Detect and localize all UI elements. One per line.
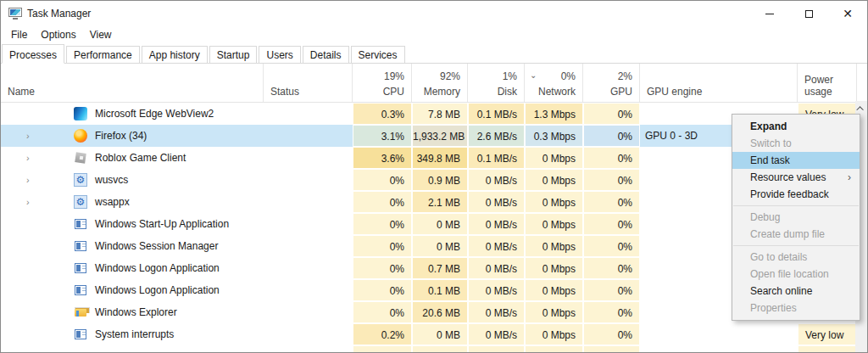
status-cell xyxy=(264,235,353,257)
menu-view[interactable]: View xyxy=(83,27,119,42)
close-button[interactable]: ✕ xyxy=(828,1,867,26)
task-manager-icon xyxy=(8,8,22,20)
status-cell xyxy=(264,279,353,301)
column-header-gpu[interactable]: 2% GPU xyxy=(583,64,640,102)
network-cell: 0 Mbps xyxy=(525,191,583,213)
column-header-name[interactable]: Name xyxy=(1,64,264,102)
network-cell xyxy=(525,345,583,353)
tab-details[interactable]: Details xyxy=(303,46,349,63)
menu-item-resource-values[interactable]: Resource values› xyxy=(732,169,860,186)
power-usage-cell xyxy=(798,345,857,353)
submenu-arrow-icon: › xyxy=(848,169,851,186)
process-name: System interrupts xyxy=(95,323,174,345)
memory-cell: 1,933.2 MB xyxy=(412,125,468,147)
disk-cell xyxy=(468,345,525,353)
menu-item-provide-feedback[interactable]: Provide feedback xyxy=(732,186,860,203)
window-icon xyxy=(74,283,87,297)
expand-chevron-icon[interactable]: › xyxy=(26,169,36,191)
tab-processes[interactable]: Processes xyxy=(2,44,64,64)
tab-performance[interactable]: Performance xyxy=(66,46,140,63)
memory-cell: 0 MB xyxy=(412,213,468,235)
tab-startup[interactable]: Startup xyxy=(209,46,258,63)
memory-cell: 0 MB xyxy=(412,323,468,345)
column-header-status[interactable]: Status xyxy=(264,64,353,102)
process-name: Windows Logon Application xyxy=(95,279,220,301)
disk-cell: 0 MB/s xyxy=(468,323,525,345)
menu-item-properties: Properties xyxy=(732,300,860,317)
table-row[interactable]: › System interrupts 0.2% 0 MB 0 MB/s 0 M… xyxy=(1,323,867,345)
network-cell: 0 Mbps xyxy=(525,301,583,323)
menu-file[interactable]: File xyxy=(4,27,34,42)
column-header-disk[interactable]: 1% Disk xyxy=(468,64,525,102)
menu-item-expand[interactable]: Expand xyxy=(732,118,860,135)
memory-cell: 0 MB xyxy=(412,235,468,257)
menu-item-open-file-location: Open file location xyxy=(732,266,860,283)
cpu-cell: 0.3% xyxy=(353,103,412,125)
task-manager-window: Task Manager ✕ File Options View Process… xyxy=(0,0,868,353)
network-cell: 0.3 Mbps xyxy=(525,125,583,147)
column-header-cpu[interactable]: 19% CPU xyxy=(353,64,412,102)
gpu-cell: 0% xyxy=(583,125,640,147)
expand-chevron-icon[interactable]: › xyxy=(26,125,36,147)
gpu-engine-cell xyxy=(640,345,798,353)
disk-cell: 0.1 MB/s xyxy=(468,147,525,169)
menu-item-search-online[interactable]: Search online xyxy=(732,283,860,300)
maximize-icon xyxy=(805,10,813,18)
menu-options[interactable]: Options xyxy=(34,27,82,42)
cpu-cell: 0% xyxy=(353,279,412,301)
table-row[interactable]: › xyxy=(1,345,867,353)
cpu-cell: 0.2% xyxy=(353,323,412,345)
network-cell: 0 Mbps xyxy=(525,213,583,235)
network-cell: 0 Mbps xyxy=(525,169,583,191)
process-name: Windows Start-Up Application xyxy=(95,213,229,235)
window-title: Task Manager xyxy=(27,8,91,20)
network-cell: 0 Mbps xyxy=(525,323,583,345)
menu-item-switch-to: Switch to xyxy=(732,135,860,152)
process-name: wsappx xyxy=(95,191,130,213)
disk-cell: 0 MB/s xyxy=(468,169,525,191)
tab-app-history[interactable]: App history xyxy=(142,46,208,63)
menu-item-debug: Debug xyxy=(732,209,860,226)
memory-cell: 2.1 MB xyxy=(412,191,468,213)
cpu-cell: 3.6% xyxy=(353,147,412,169)
memory-cell: 0.7 MB xyxy=(412,257,468,279)
context-menu: ExpandSwitch toEnd taskResource values›P… xyxy=(732,114,860,321)
tab-services[interactable]: Services xyxy=(351,46,405,63)
menu-item-end-task[interactable]: End task xyxy=(732,152,860,169)
column-header-memory[interactable]: 92% Memory xyxy=(412,64,468,102)
tab-users[interactable]: Users xyxy=(259,46,300,63)
gpu-cell xyxy=(583,345,640,353)
cpu-cell: 0% xyxy=(353,301,412,323)
memory-cell: 0.9 MB xyxy=(412,169,468,191)
process-name: Microsoft Edge WebView2 xyxy=(95,103,214,125)
network-cell: 0 Mbps xyxy=(525,279,583,301)
column-header-gpu-engine[interactable]: GPU engine xyxy=(640,64,798,102)
status-cell xyxy=(264,301,353,323)
disk-cell: 0 MB/s xyxy=(468,257,525,279)
gpu-cell: 0% xyxy=(583,213,640,235)
disk-cell: 0 MB/s xyxy=(468,301,525,323)
cpu-cell: 0% xyxy=(353,169,412,191)
folder-icon xyxy=(74,305,87,319)
gpu-cell: 0% xyxy=(583,279,640,301)
disk-cell: 0 MB/s xyxy=(468,213,525,235)
minimize-button[interactable] xyxy=(750,1,789,26)
cpu-cell xyxy=(353,345,412,353)
chevron-down-icon[interactable]: ⌄ xyxy=(530,70,537,80)
column-header-power-usage[interactable]: Power usage xyxy=(798,64,857,102)
expand-chevron-icon[interactable]: › xyxy=(26,147,36,169)
cpu-cell: 0% xyxy=(353,191,412,213)
status-cell xyxy=(264,191,353,213)
network-cell: 0 Mbps xyxy=(525,147,583,169)
menu-bar: File Options View xyxy=(1,26,867,43)
memory-cell: 0.1 MB xyxy=(412,279,468,301)
status-cell xyxy=(264,257,353,279)
close-icon: ✕ xyxy=(843,8,853,20)
gpu-cell: 0% xyxy=(583,103,640,125)
cpu-cell: 0% xyxy=(353,235,412,257)
column-header-network[interactable]: ⌄ 0% Network xyxy=(525,64,583,102)
maximize-button[interactable] xyxy=(789,1,828,26)
menu-separator xyxy=(733,205,859,206)
gpu-cell: 0% xyxy=(583,257,640,279)
expand-chevron-icon[interactable]: › xyxy=(26,191,36,213)
